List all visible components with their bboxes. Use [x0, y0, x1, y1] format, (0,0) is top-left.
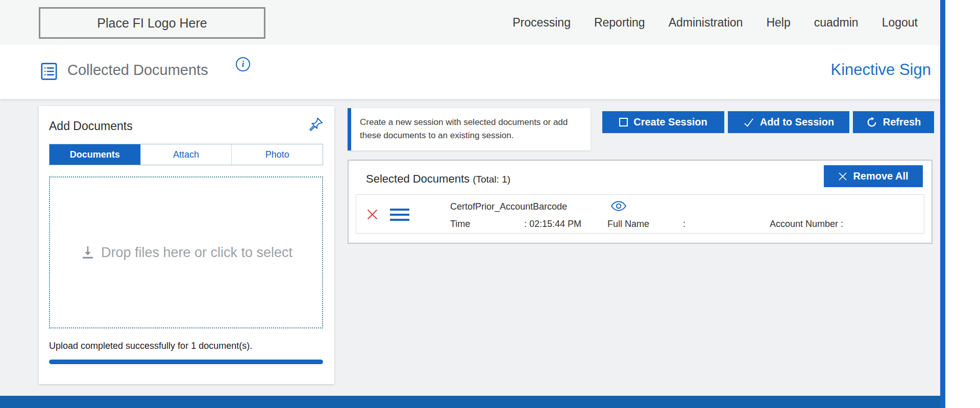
create-session-icon	[619, 118, 628, 126]
right-edge-strip	[940, 0, 945, 408]
main-content-area: Place FI Logo Here Processing Reporting …	[0, 0, 940, 408]
account-number-label: Account Number :	[770, 219, 843, 230]
nav-item-user-cuadmin[interactable]: cuadmin	[814, 16, 859, 30]
remove-all-button[interactable]: Remove All	[824, 165, 923, 187]
file-dropzone[interactable]: Drop files here or click to select	[49, 176, 323, 328]
selected-documents-panel: Selected Documents (Total: 1) Remove All	[348, 160, 933, 244]
create-session-label: Create Session	[633, 116, 707, 128]
page-title-bar: Collected Documents i Kinective Sign	[0, 45, 940, 99]
nav-item-administration[interactable]: Administration	[669, 16, 743, 30]
time-value: : 02:15:44 PM	[524, 219, 581, 230]
drag-handle-icon[interactable]	[390, 209, 409, 221]
add-documents-tabs: Documents Attach Photo	[49, 144, 323, 165]
brand-kinective-sign: Kinective Sign	[831, 61, 931, 79]
upload-progress-fill	[49, 360, 323, 364]
document-name: CertofPrior_AccountBarcode	[450, 201, 567, 212]
selected-documents-title: Selected Documents (Total: 1)	[366, 172, 510, 186]
preview-eye-icon[interactable]	[610, 200, 627, 212]
nav-item-processing[interactable]: Processing	[512, 16, 571, 30]
checkmark-icon	[743, 117, 754, 128]
tab-documents[interactable]: Documents	[50, 144, 140, 165]
info-icon[interactable]: i	[236, 57, 250, 71]
tab-photo[interactable]: Photo	[231, 144, 323, 165]
refresh-icon	[866, 117, 877, 128]
refresh-button[interactable]: Refresh	[853, 111, 934, 133]
nav-item-logout[interactable]: Logout	[882, 16, 918, 30]
document-row: CertofPrior_AccountBarcode Time : 02:15:…	[356, 194, 924, 234]
page-title: Collected Documents	[67, 62, 208, 79]
pin-icon[interactable]	[308, 116, 324, 133]
fi-logo-placeholder: Place FI Logo Here	[39, 7, 265, 39]
tab-documents-label: Documents	[70, 149, 120, 160]
fi-logo-text: Place FI Logo Here	[97, 16, 207, 31]
upload-progress-track	[49, 360, 323, 364]
tab-photo-label: Photo	[265, 149, 289, 160]
session-info-message: Create a new session with selected docum…	[348, 108, 591, 150]
add-to-session-button[interactable]: Add to Session	[728, 111, 849, 133]
full-name-value: :	[683, 219, 685, 230]
time-label: Time	[450, 219, 470, 230]
add-documents-card: Add Documents Documents Attach Photo	[39, 106, 334, 384]
full-name-label: Full Name	[607, 219, 649, 230]
tab-attach[interactable]: Attach	[140, 144, 232, 165]
main-nav: Processing Reporting Administration Help…	[512, 0, 918, 45]
add-to-session-label: Add to Session	[760, 116, 835, 128]
nav-item-reporting[interactable]: Reporting	[594, 16, 645, 30]
app-window: Place FI Logo Here Processing Reporting …	[0, 0, 980, 408]
session-actions: Create Session Add to Session Refresh	[602, 111, 934, 133]
add-documents-title: Add Documents	[49, 119, 133, 133]
upload-status-text: Upload completed successfully for 1 docu…	[49, 341, 252, 351]
tab-attach-label: Attach	[173, 149, 199, 160]
download-icon	[80, 244, 96, 261]
footer-bar	[0, 396, 940, 408]
refresh-label: Refresh	[883, 116, 921, 128]
selected-documents-total: (Total: 1)	[473, 174, 510, 185]
create-session-button[interactable]: Create Session	[602, 111, 724, 133]
close-icon	[838, 172, 847, 181]
nav-item-help[interactable]: Help	[766, 16, 790, 30]
collected-documents-icon	[39, 61, 59, 82]
dropzone-text: Drop files here or click to select	[101, 245, 292, 261]
selected-documents-title-text: Selected Documents	[366, 172, 470, 185]
remove-all-label: Remove All	[853, 170, 908, 182]
top-header: Place FI Logo Here Processing Reporting …	[0, 0, 940, 45]
remove-document-icon[interactable]	[365, 208, 379, 221]
